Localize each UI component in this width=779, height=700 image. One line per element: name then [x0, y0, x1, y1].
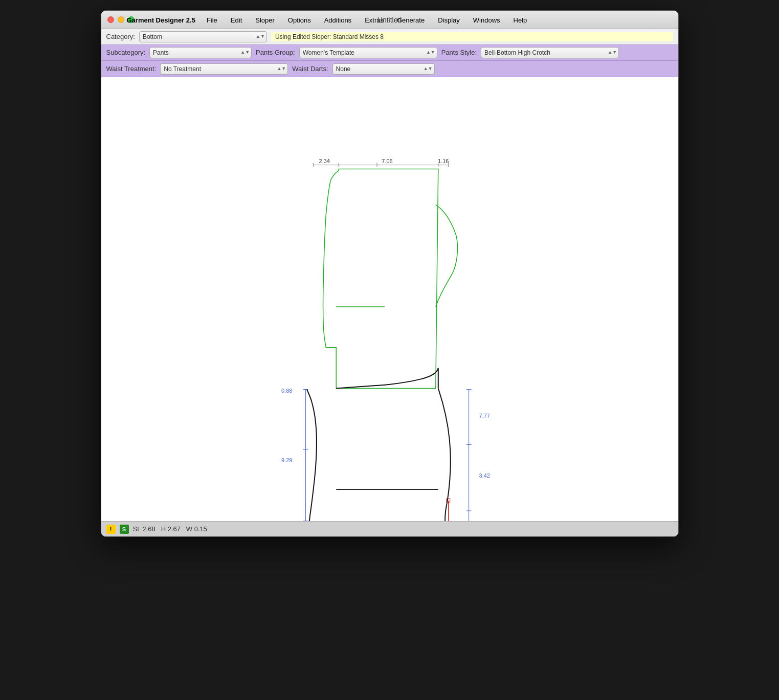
pants-group-label: Pants Group:: [256, 49, 295, 56]
waist-darts-select-wrapper: None ▲▼: [332, 63, 435, 75]
s-icon: S: [120, 525, 129, 534]
menu-sloper[interactable]: Sloper: [253, 15, 277, 25]
waist-darts-label: Waist Darts:: [292, 65, 328, 73]
meas-top-h2: 7.06: [382, 158, 392, 164]
waist-treatment-select[interactable]: No Treatment: [160, 63, 288, 75]
toolbar-row-waist: Waist Treatment: No Treatment ▲▼ Waist D…: [101, 61, 678, 77]
meas-right-v1: 7.77: [479, 413, 489, 419]
menu-additions[interactable]: Additions: [322, 15, 353, 25]
status-text: SL 2.68 H 2.67 W 0.15: [133, 525, 208, 533]
meas-top-h3: 1.16: [438, 158, 449, 164]
category-label: Category:: [106, 33, 135, 40]
toolbar-row-category: Category: Bottom ▲▼ Using Edited Sloper:…: [101, 29, 678, 44]
menu-options[interactable]: Options: [286, 15, 313, 25]
waist-treatment-label: Waist Treatment:: [106, 65, 157, 73]
warning-icon: !: [106, 525, 116, 534]
svg-rect-0: [101, 77, 678, 521]
menu-help[interactable]: Help: [511, 15, 529, 25]
status-sl: SL 2.68: [133, 525, 155, 533]
sloper-info: Using Edited Sloper: Standard Misses 8: [271, 32, 673, 41]
menu-windows[interactable]: Windows: [471, 15, 502, 25]
waist-darts-select[interactable]: None: [332, 63, 435, 75]
meas-left-v2: 9.29: [281, 457, 292, 463]
pants-style-select-wrapper: Bell-Bottom High Crotch ▲▼: [481, 47, 619, 58]
menu-display[interactable]: Display: [436, 15, 462, 25]
title-bar: Garment Designer 2.5 File Edit Sloper Op…: [101, 11, 678, 29]
menu-bar: Garment Designer 2.5 File Edit Sloper Op…: [127, 15, 529, 25]
pants-group-select-wrapper: Women's Template ▲▼: [299, 47, 437, 58]
subcategory-label: Subcategory:: [106, 49, 146, 56]
minimize-button[interactable]: [118, 16, 124, 23]
canvas-area: 2.34 7.06 1.16: [101, 77, 678, 521]
meas-top-h1: 2.34: [319, 158, 329, 164]
menu-file[interactable]: File: [205, 15, 219, 25]
pants-group-select[interactable]: Women's Template: [299, 47, 437, 58]
toolbar-row-pants: Subcategory: Pants ▲▼ Pants Group: Women…: [101, 44, 678, 61]
category-select[interactable]: Bottom: [139, 31, 267, 42]
app-name: Garment Designer 2.5: [127, 16, 195, 24]
meas-right-v2: 3.42: [479, 472, 489, 479]
pants-style-label: Pants Style:: [441, 49, 477, 56]
status-bar: ! S SL 2.68 H 2.67 W 0.15: [101, 521, 678, 536]
category-select-wrapper: Bottom ▲▼: [139, 31, 267, 42]
subcategory-select-wrapper: Pants ▲▼: [149, 47, 252, 58]
meas-left-v1: 0.88: [281, 388, 292, 394]
garment-svg: 2.34 7.06 1.16: [101, 77, 678, 521]
menu-edit[interactable]: Edit: [229, 15, 244, 25]
close-button[interactable]: [107, 16, 114, 23]
window-title: Untitled: [377, 16, 402, 24]
status-h: H 2.67: [161, 525, 181, 533]
waist-treatment-select-wrapper: No Treatment ▲▼: [160, 63, 288, 75]
subcategory-select[interactable]: Pants: [149, 47, 252, 58]
pants-style-select[interactable]: Bell-Bottom High Crotch: [481, 47, 619, 58]
status-w: W 0.15: [186, 525, 207, 533]
app-window: Garment Designer 2.5 File Edit Sloper Op…: [101, 10, 679, 537]
